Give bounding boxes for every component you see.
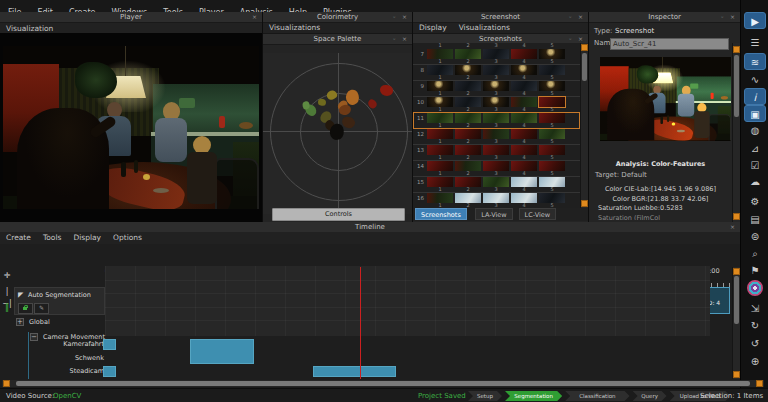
timeline-menu-create[interactable]: Create [0,233,37,242]
scene-k3 [690,84,698,89]
timeline-menu-display[interactable]: Display [67,233,107,242]
space-palette-view[interactable] [263,53,412,214]
timeline-horizontal-scrollbar[interactable] [2,380,764,387]
gridline [105,320,710,321]
scrollbar-thumb[interactable] [734,55,739,117]
database-icon[interactable]: ⊜ [744,228,766,245]
scrollbar-thumb[interactable] [734,276,739,324]
inspector-scrollbar[interactable] [732,43,740,222]
controls-button[interactable]: Controls [272,208,405,221]
annotation-bar[interactable] [103,366,116,378]
scrollbar-handle-top[interactable] [733,268,740,275]
playhead[interactable] [360,267,361,379]
scene-b1 [121,162,126,177]
export-image-icon[interactable]: ⇲ [744,300,766,317]
sync-edit-icon[interactable]: ↺ [744,335,766,352]
scrollbar-thumb[interactable] [16,381,750,386]
tab-visualization[interactable]: Visualization [0,24,59,33]
workflow-step-setup[interactable]: Setup [468,391,502,401]
plot-curve-icon[interactable]: ∿ [744,71,766,88]
screenshot-row[interactable]: 1212345 [413,128,580,145]
refresh-icon[interactable]: ↻ [744,317,766,334]
menu-visualizations[interactable]: Visualizations [453,23,516,32]
eye-icon[interactable] [747,280,763,296]
screenshot-row[interactable]: 1412345 [413,160,580,177]
inspector-icon[interactable]: i [744,88,766,105]
close-icon[interactable]: × [730,223,737,231]
timeline-vertical-scrollbar[interactable] [732,267,740,379]
scrollbar-handle-top[interactable] [581,44,588,51]
screenshot-row[interactable]: 1312345 [413,144,580,161]
checklist-icon[interactable]: ☑ [744,157,766,174]
timeline-track-area[interactable] [105,266,710,336]
pin-and-close-icons[interactable]: ◦ × [393,35,409,43]
gridline [135,266,136,336]
screenshot-row[interactable]: 1512345 [413,176,580,193]
menu-display[interactable]: Display [413,23,453,32]
scrollbar-handle-right[interactable] [756,380,763,387]
track-label-kamerafahrt: Kamerafahrt [63,340,104,348]
screenshot-grid[interactable]: 1234571234581234591234510123451112345121… [413,43,580,208]
pin-and-close-icons[interactable]: ◦ × [569,13,585,21]
type-value: Screenshot [615,27,654,35]
scrollbar-handle-left[interactable] [3,380,10,387]
timeline-menu-tools[interactable]: Tools [37,233,67,242]
colorimetry-sphere-icon[interactable]: ◍ [744,122,766,139]
expand-global-button[interactable]: + [16,318,24,326]
menu-visualizations[interactable]: Visualizations [263,23,326,32]
pin-and-close-icons[interactable]: ◦ × [393,13,409,21]
scrollbar-thumb[interactable] [582,53,587,81]
scene-b1 [660,116,663,124]
pin-and-close-icons[interactable]: ◦ × [569,35,585,43]
timeline-icon[interactable]: ≋ [744,53,766,70]
screenshot-view-tabs: ScreenshotsLA-ViewLC-View [413,208,588,221]
screenshot-row[interactable]: 712345 [413,48,580,65]
row-number: 14 [415,163,424,169]
video-viewport[interactable] [0,33,262,222]
settings-gear-icon[interactable]: ⚙ [744,193,766,210]
screenshot-grid-scrollbar[interactable] [580,43,588,208]
collapse-camera-movement-button[interactable]: − [30,333,38,341]
flag-icon[interactable]: ⚑ [744,262,766,279]
screenshot-row[interactable]: 812345 [413,64,580,81]
space-palette-title: Space Palette ◦ × [263,34,412,45]
screenshot-row[interactable]: 1612345 [413,192,580,208]
annotation-bar[interactable] [190,339,254,364]
close-icon[interactable]: × [252,13,259,21]
web-globe-icon[interactable]: ⊕ [744,353,766,370]
screenshot-row[interactable]: 1112345 [413,112,580,129]
screenshot-row[interactable]: 912345 [413,80,580,97]
outliner-icon[interactable]: ☰ [744,34,766,51]
annotation-bar[interactable] [103,339,116,351]
timeline-menu-options[interactable]: Options [107,233,148,242]
workflow-step-query[interactable]: Query [633,391,667,401]
row-number: 16 [415,195,424,201]
row-number: 15 [415,179,424,185]
scrollbar-handle-bottom[interactable] [733,213,740,220]
player-icon[interactable]: ▶ [744,12,766,29]
tab-screenshots[interactable]: Screenshots [415,208,467,220]
group-indent-line [28,332,29,379]
pin-and-close-icons[interactable]: ◦ × [721,13,737,21]
screenshots-icon[interactable]: ▣ [744,105,766,122]
annotation-bar[interactable] [313,366,396,378]
scrollbar-handle-bottom[interactable] [581,200,588,207]
gridline [555,266,556,336]
screenshot-row[interactable]: 1012345 [413,96,580,113]
scene-p2 [153,188,169,193]
cloud-upload-icon[interactable]: ☁ [744,173,766,190]
inspector-title-text: Inspector [648,13,681,21]
analysis-chart-icon[interactable]: ⊿ [744,140,766,157]
library-icon[interactable]: ▤ [744,211,766,228]
workflow-step-segmentation[interactable]: Segmentation [505,391,562,401]
screenshot-title-text: Screenshot [481,13,520,21]
workflow-step-classification[interactable]: Classification [565,391,629,401]
scrollbar-handle-top[interactable] [733,46,740,53]
scrollbar-handle-bottom[interactable] [733,371,740,378]
name-input[interactable]: Auto_Scr_41 [610,38,729,50]
search-icon[interactable]: ⌕ [744,245,766,262]
tab-lc-view[interactable]: LC-View [519,208,557,220]
scene-k1 [711,93,714,99]
scene-b2 [134,160,138,173]
tab-la-view[interactable]: LA-View [475,208,512,220]
